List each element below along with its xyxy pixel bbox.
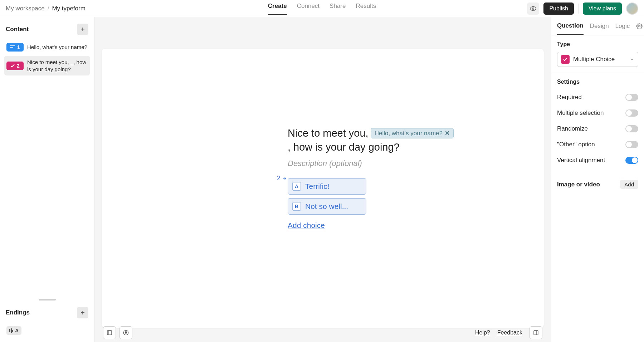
content-heading: Content (6, 26, 29, 33)
rtab-design[interactable]: Design (590, 23, 609, 35)
type-value: Multiple Choice (573, 56, 626, 63)
breadcrumb-workspace[interactable]: My workspace (6, 5, 45, 12)
ending-badge: A (6, 326, 21, 335)
collapse-sidebar-button[interactable] (103, 326, 116, 339)
setting-randomize-label: Randomize (557, 125, 588, 132)
tab-results[interactable]: Results (356, 3, 376, 15)
question-badge-2: 2 (6, 62, 24, 70)
tab-create[interactable]: Create (268, 3, 287, 15)
add-media-button[interactable]: Add (620, 180, 638, 189)
svg-rect-5 (12, 330, 13, 332)
svg-rect-4 (11, 328, 12, 333)
question-row-2[interactable]: 2 Nice to meet you, _, how is your day g… (4, 56, 90, 75)
endings-heading: Endings (6, 309, 30, 316)
ending-row[interactable]: A (4, 323, 90, 338)
svg-rect-6 (107, 331, 112, 335)
choice-text-a: Terrific! (305, 182, 330, 191)
ending-icon (9, 328, 14, 333)
toggle-vertical[interactable] (625, 157, 638, 164)
panel-left-icon (107, 330, 112, 336)
question-badge-1: 1 (6, 43, 24, 52)
svg-rect-2 (10, 47, 13, 48)
toggle-required[interactable] (625, 94, 638, 101)
add-question-button[interactable]: + (77, 24, 88, 35)
choice-key-a: A (292, 182, 301, 191)
svg-point-12 (639, 25, 640, 27)
accessibility-icon (123, 330, 129, 336)
multiple-choice-icon (561, 55, 570, 64)
recall-pill[interactable]: Hello, what's your name? ✕ (371, 128, 454, 138)
view-plans-button[interactable]: View plans (583, 3, 622, 15)
type-select[interactable]: Multiple Choice (557, 52, 638, 67)
question-label-2: Nice to meet you, _, how is your day goi… (27, 59, 88, 73)
choice-text-b: Not so well... (305, 202, 348, 211)
panel-right-icon (533, 330, 539, 336)
remove-recall-icon[interactable]: ✕ (445, 130, 450, 137)
arrow-right-icon (282, 176, 287, 181)
accessibility-button[interactable] (119, 326, 132, 339)
feedback-link[interactable]: Feedback (497, 329, 522, 336)
right-panel: Question Design Logic Type Multiple Choi… (551, 17, 644, 342)
avatar[interactable] (626, 3, 638, 15)
preview-button[interactable] (527, 3, 539, 15)
media-label: Image or video (557, 181, 600, 188)
question-row-1[interactable]: 1 Hello, what's your name? (4, 40, 90, 54)
toggle-randomize[interactable] (625, 125, 638, 132)
collapse-right-button[interactable] (530, 326, 542, 339)
question-number: 2 (277, 175, 287, 182)
choice-a[interactable]: A Terrific! (288, 178, 366, 195)
rtab-question[interactable]: Question (557, 22, 584, 35)
question-title[interactable]: Nice to meet you, Hello, what's your nam… (288, 127, 508, 153)
help-link[interactable]: Help? (475, 329, 490, 336)
svg-point-0 (532, 8, 534, 9)
short-text-icon (10, 45, 15, 49)
setting-required-label: Required (557, 94, 582, 101)
eye-icon (530, 5, 536, 12)
svg-rect-10 (534, 331, 538, 335)
question-canvas: 2 Nice to meet you, Hello, what's your n… (102, 49, 544, 328)
divider (578, 4, 579, 14)
question-label-1: Hello, what's your name? (27, 44, 88, 51)
svg-rect-3 (9, 329, 10, 332)
type-label: Type (557, 41, 638, 48)
choice-b[interactable]: B Not so well... (288, 198, 366, 215)
svg-rect-1 (10, 45, 15, 46)
setting-other-label: "Other" option (557, 141, 595, 148)
breadcrumb-form[interactable]: My typeform (52, 5, 86, 12)
add-choice-link[interactable]: Add choice (288, 221, 366, 230)
breadcrumb: My workspace / My typeform (6, 5, 86, 12)
tab-connect[interactable]: Connect (297, 3, 319, 15)
setting-vertical-label: Vertical alignment (557, 157, 605, 164)
publish-button[interactable]: Publish (543, 3, 574, 15)
check-icon (10, 64, 15, 68)
settings-gear-button[interactable] (636, 23, 643, 34)
setting-multiple-label: Multiple selection (557, 109, 604, 117)
settings-label: Settings (557, 79, 638, 85)
gear-icon (636, 23, 643, 29)
tab-share[interactable]: Share (330, 3, 346, 15)
toggle-multiple[interactable] (625, 109, 638, 117)
chevron-down-icon (629, 57, 634, 62)
rtab-logic[interactable]: Logic (615, 23, 630, 35)
top-nav: Create Connect Share Results (268, 3, 376, 15)
svg-point-9 (126, 331, 126, 332)
toggle-other[interactable] (625, 141, 638, 148)
description-input[interactable]: Description (optional) (288, 159, 508, 168)
add-ending-button[interactable]: + (77, 307, 88, 318)
breadcrumb-separator: / (48, 5, 49, 12)
left-sidebar: Content + 1 Hello, what's your name? 2 N… (0, 17, 94, 342)
choice-key-b: B (292, 202, 301, 211)
